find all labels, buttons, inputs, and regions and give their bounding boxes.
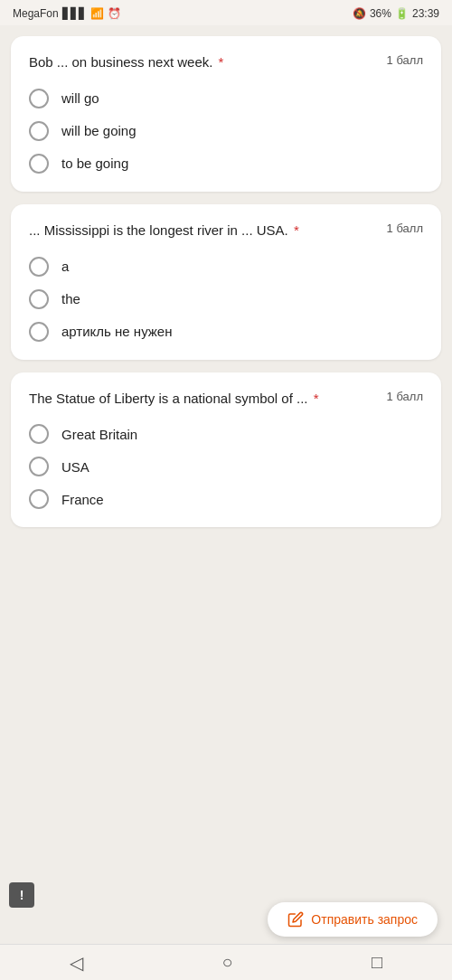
question-text-3: The Statue of Liberty is a national symb… bbox=[29, 389, 387, 409]
radio-2-3[interactable] bbox=[29, 322, 49, 342]
question-card-3: The Statue of Liberty is a national symb… bbox=[11, 372, 441, 528]
feedback-button[interactable]: ! bbox=[9, 882, 34, 908]
nav-bar: ◁ ○ □ bbox=[0, 944, 452, 980]
question-header-3: The Statue of Liberty is a national symb… bbox=[29, 389, 423, 409]
options-group-1: will go will be going to be going bbox=[29, 89, 423, 174]
option-label-3-1: Great Britain bbox=[61, 427, 137, 442]
options-group-3: Great Britain USA France bbox=[29, 424, 423, 509]
question-card-2: ... Mississippi is the longest river in … bbox=[11, 204, 441, 360]
points-3: 1 балл bbox=[387, 390, 423, 403]
question-card-1: Bob ... on business next week. * 1 балл … bbox=[11, 36, 441, 192]
question-text-1: Bob ... on business next week. * bbox=[29, 52, 387, 72]
radio-3-3[interactable] bbox=[29, 489, 49, 509]
required-marker-3: * bbox=[310, 391, 319, 406]
submit-button[interactable]: Отправить запрос bbox=[268, 902, 438, 937]
questions-area: Bob ... on business next week. * 1 балл … bbox=[0, 25, 452, 980]
option-label-2-3: артикль не нужен bbox=[61, 324, 172, 339]
option-3-3[interactable]: France bbox=[29, 489, 423, 509]
status-bar: MegaFon ▋▋▋ 📶 ⏰ 🔕 36% 🔋 23:39 bbox=[0, 0, 452, 25]
alarm-icon: ⏰ bbox=[108, 7, 121, 20]
radio-2-1[interactable] bbox=[29, 257, 49, 277]
option-2-1[interactable]: a bbox=[29, 257, 423, 277]
signal-icon: ▋▋▋ bbox=[62, 7, 87, 20]
time-display: 23:39 bbox=[412, 7, 439, 20]
radio-2-2[interactable] bbox=[29, 289, 49, 309]
points-1: 1 балл bbox=[387, 53, 423, 67]
battery-icon: 🔋 bbox=[395, 7, 409, 20]
home-button[interactable]: ○ bbox=[221, 952, 232, 973]
status-right-group: 🔕 36% 🔋 23:39 bbox=[353, 7, 439, 20]
carrier-name: MegaFon bbox=[13, 7, 59, 20]
option-label-2-1: a bbox=[61, 259, 69, 274]
silent-icon: 🔕 bbox=[353, 7, 366, 20]
question-header-1: Bob ... on business next week. * 1 балл bbox=[29, 52, 423, 72]
radio-1-3[interactable] bbox=[29, 154, 49, 174]
question-header-2: ... Mississippi is the longest river in … bbox=[29, 221, 423, 240]
radio-1-1[interactable] bbox=[29, 89, 49, 108]
required-marker-1: * bbox=[214, 54, 223, 70]
option-label-1-1: will go bbox=[61, 90, 99, 106]
option-label-1-2: will be going bbox=[61, 123, 137, 138]
radio-3-2[interactable] bbox=[29, 457, 49, 476]
option-3-1[interactable]: Great Britain bbox=[29, 424, 423, 444]
pencil-icon bbox=[287, 911, 304, 928]
option-1-3[interactable]: to be going bbox=[29, 154, 423, 174]
radio-1-2[interactable] bbox=[29, 121, 49, 141]
option-2-3[interactable]: артикль не нужен bbox=[29, 322, 423, 342]
back-button[interactable]: ◁ bbox=[70, 952, 83, 974]
submit-label: Отправить запрос bbox=[311, 912, 418, 927]
options-group-2: a the артикль не нужен bbox=[29, 257, 423, 342]
option-label-3-3: France bbox=[61, 492, 104, 507]
carrier-info: MegaFon ▋▋▋ 📶 ⏰ bbox=[13, 7, 121, 20]
option-label-1-3: to be going bbox=[61, 155, 128, 171]
option-label-3-2: USA bbox=[61, 459, 89, 475]
battery-level: 36% bbox=[370, 7, 391, 20]
option-label-2-2: the bbox=[61, 291, 80, 306]
radio-3-1[interactable] bbox=[29, 424, 49, 444]
question-text-2: ... Mississippi is the longest river in … bbox=[29, 221, 387, 240]
points-2: 1 балл bbox=[387, 221, 423, 235]
option-2-2[interactable]: the bbox=[29, 289, 423, 309]
required-marker-2: * bbox=[290, 222, 299, 238]
option-3-2[interactable]: USA bbox=[29, 457, 423, 476]
recent-button[interactable]: □ bbox=[372, 952, 382, 973]
option-1-1[interactable]: will go bbox=[29, 89, 423, 108]
wifi-icon: 📶 bbox=[90, 7, 104, 20]
option-1-2[interactable]: will be going bbox=[29, 121, 423, 141]
